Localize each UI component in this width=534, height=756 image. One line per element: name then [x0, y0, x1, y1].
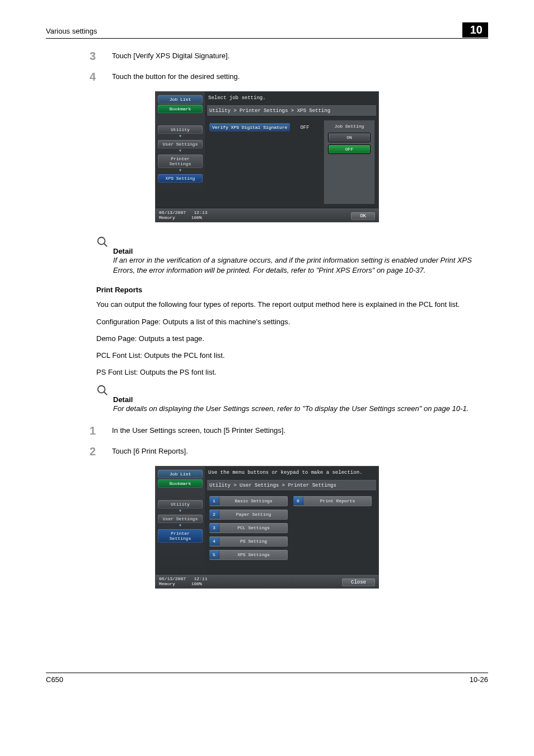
- report-config-page: Configuration Page: Outputs a list of th…: [96, 317, 488, 327]
- menu-basic-settings[interactable]: 1Basic Settings: [209, 496, 288, 506]
- sidebar-xps-setting[interactable]: XPS Setting: [158, 174, 203, 183]
- page-header: Various settings 10: [46, 22, 488, 39]
- sidebar-printer-settings[interactable]: Printer Settings: [158, 529, 203, 543]
- sidebar-user-settings[interactable]: User Settings: [158, 515, 203, 523]
- chevron-down-icon: ▾: [158, 169, 203, 173]
- print-reports-intro: You can output the following four types …: [96, 300, 488, 310]
- svg-point-2: [98, 386, 105, 393]
- step-text: In the User Settings screen, touch [5 Pr…: [112, 424, 285, 435]
- header-section: Various settings: [46, 27, 97, 35]
- step-number: 3: [90, 50, 112, 62]
- page-footer: C650 10-26: [46, 673, 488, 684]
- tab-bookmark[interactable]: Bookmark: [158, 105, 203, 113]
- step-number: 4: [90, 71, 112, 82]
- footer-model: C650: [46, 675, 63, 684]
- section-print-reports: Print Reports: [96, 286, 488, 294]
- tab-bookmark[interactable]: Bookmark: [158, 479, 203, 488]
- magnifier-icon: [96, 384, 488, 396]
- verify-xps-signature-button[interactable]: Verify XPS Digital Signature: [209, 123, 290, 132]
- tab-job-list[interactable]: Job List: [158, 95, 203, 104]
- detail-note-1: Detail If an error in the verification o…: [113, 236, 488, 276]
- menu-ps-setting[interactable]: 4PS Setting: [209, 536, 288, 547]
- detail-note-2: Detail For details on displaying the Use…: [113, 384, 488, 414]
- step-number: 1: [90, 424, 112, 436]
- chevron-down-icon: ▾: [158, 509, 203, 514]
- menu-print-reports[interactable]: 6Print Reports: [293, 496, 372, 506]
- step-4: 4 Touch the button for the desired setti…: [90, 71, 488, 82]
- report-pcl-font: PCL Font List: Outputs the PCL font list…: [96, 351, 488, 361]
- on-button[interactable]: ON: [329, 133, 370, 142]
- report-ps-font: PS Font List: Outputs the PS font list.: [96, 367, 488, 377]
- sidebar-user-settings[interactable]: User Settings: [158, 140, 203, 148]
- detail-title: Detail: [113, 395, 488, 404]
- step-text: Touch [6 Print Reports].: [112, 445, 188, 455]
- chevron-down-icon: ▾: [158, 149, 203, 153]
- header-chapter: 10: [462, 22, 488, 38]
- step-3: 3 Touch [Verify XPS Digital Signature].: [90, 50, 488, 62]
- detail-body: For details on displaying the User Setti…: [113, 404, 488, 414]
- breadcrumb: Utility > User Settings > Printer Settin…: [207, 480, 376, 491]
- screen-instruction: Select job setting.: [207, 94, 376, 105]
- chevron-down-icon: ▾: [158, 524, 203, 528]
- step-text: Touch [Verify XPS Digital Signature].: [112, 50, 229, 60]
- svg-line-3: [104, 392, 107, 395]
- footer-status: 06/13/2007 12:13 Memory 100%: [159, 210, 207, 220]
- breadcrumb: Utility > Printer Settings > XPS Setting: [207, 105, 376, 116]
- menu-paper-setting[interactable]: 2Paper Setting: [209, 510, 288, 520]
- menu-pcl-settings[interactable]: 3PCL Settings: [209, 523, 288, 533]
- footer-status: 06/13/2007 12:11 Memory 100%: [159, 576, 207, 586]
- detail-title: Detail: [113, 247, 488, 255]
- step-text: Touch the button for the desired setting…: [112, 71, 240, 81]
- magnifier-icon: [96, 236, 488, 248]
- screenshot-xps-setting: Job List Bookmark Utility ▾ User Setting…: [46, 91, 488, 222]
- step-number: 2: [90, 445, 112, 457]
- job-setting-title: Job Setting: [326, 124, 372, 129]
- step-2: 2 Touch [6 Print Reports].: [90, 445, 488, 457]
- step-1: 1 In the User Settings screen, touch [5 …: [90, 424, 488, 436]
- sidebar-utility[interactable]: Utility: [158, 500, 203, 508]
- svg-line-1: [104, 244, 107, 247]
- report-demo-page: Demo Page: Outputs a test page.: [96, 334, 488, 344]
- verify-xps-signature-value: OFF: [300, 125, 309, 130]
- sidebar-utility[interactable]: Utility: [158, 125, 203, 134]
- screen-instruction: Use the menu buttons or keypad to make a…: [207, 469, 376, 480]
- tab-job-list[interactable]: Job List: [158, 470, 203, 478]
- off-button[interactable]: OFF: [329, 145, 370, 153]
- menu-xps-settings[interactable]: 5XPS Settings: [209, 550, 288, 560]
- footer-page: 10-26: [470, 675, 488, 684]
- screenshot-printer-settings: Job List Bookmark Utility ▾ User Setting…: [46, 466, 488, 589]
- sidebar-printer-settings[interactable]: Printer Settings: [158, 155, 203, 168]
- ok-button[interactable]: OK: [351, 212, 375, 220]
- detail-body: If an error in the verification of a sig…: [113, 255, 488, 276]
- svg-point-0: [98, 237, 105, 245]
- close-button[interactable]: Close: [342, 578, 375, 586]
- chevron-down-icon: ▾: [158, 134, 203, 139]
